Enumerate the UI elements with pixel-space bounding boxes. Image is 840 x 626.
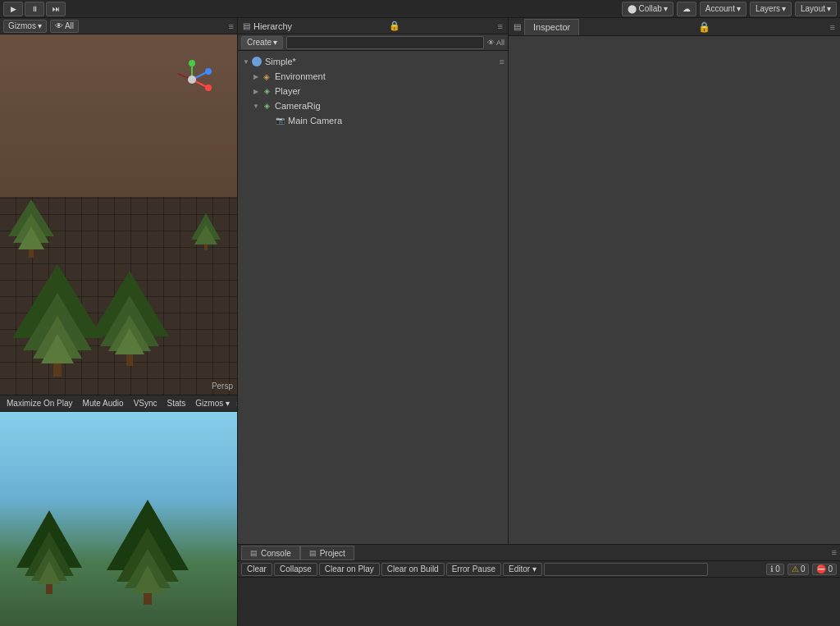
main-camera-icon: 📷 — [274, 115, 285, 126]
tree-4 — [191, 213, 221, 250]
environment-label: Environment — [275, 71, 326, 81]
left-panel: Gizmos ▾ 👁 All ≡ — [0, 18, 238, 626]
layers-button[interactable]: Layers ▾ — [750, 2, 792, 16]
hierarchy-search-input[interactable] — [286, 36, 484, 49]
hierarchy-item-player[interactable]: ▶ ◈ Player — [238, 84, 508, 98]
scene-all-button[interactable]: 👁 All — [50, 20, 79, 33]
info-icon: ℹ — [770, 564, 774, 573]
scene-name-label: Simple* — [265, 57, 296, 66]
scene-view: Gizmos ▾ 👁 All ≡ — [0, 18, 237, 395]
scene-panel-menu[interactable]: ≡ — [229, 21, 234, 31]
create-dropdown-icon: ▾ — [273, 38, 277, 47]
maximize-on-play-button[interactable]: Maximize On Play — [3, 397, 76, 410]
game-panel-menu[interactable]: ≡ — [236, 399, 237, 409]
stats-button[interactable]: Stats — [164, 397, 189, 410]
inspector-panel: ▤ Inspector 🔒 ≡ — [509, 18, 840, 626]
info-count-label: 0 — [775, 564, 780, 573]
game-tree-2 — [107, 500, 189, 605]
svg-point-7 — [188, 75, 196, 84]
hierarchy-lock-icon[interactable]: 🔒 — [389, 21, 400, 31]
error-count-label: 0 — [828, 564, 833, 573]
layers-dropdown-icon: ▾ — [782, 4, 786, 13]
camerarig-label: CameraRig — [275, 101, 321, 111]
scene-background: Persp — [0, 34, 237, 395]
hierarchy-header: ▤ Hierarchy 🔒 ≡ — [238, 18, 508, 34]
game-toolbar: Maximize On Play Mute Audio VSync Stats … — [0, 395, 237, 412]
scene-options-icon[interactable]: ≡ — [500, 57, 504, 66]
camerarig-icon: ◈ — [261, 100, 272, 112]
hierarchy-search-filter[interactable]: 👁 All — [487, 39, 504, 47]
eye-icon: 👁 — [55, 21, 63, 30]
hierarchy-menu-icon[interactable]: ≡ — [498, 21, 503, 31]
clear-on-play-button[interactable]: Clear on Play — [319, 563, 380, 576]
project-tab-icon: ▤ — [309, 549, 317, 557]
hierarchy-title: Hierarchy — [253, 21, 292, 31]
game-canvas[interactable] — [0, 412, 237, 626]
console-search-input[interactable] — [544, 563, 708, 576]
play-button[interactable]: ▶ — [3, 2, 23, 16]
layout-dropdown-icon: ▾ — [827, 4, 831, 13]
console-content — [238, 578, 840, 626]
gizmos-dropdown-icon: ▾ — [38, 21, 42, 30]
gizmos-button[interactable]: Gizmos ▾ — [3, 20, 47, 33]
pause-button[interactable]: ⏸ — [25, 2, 44, 16]
hierarchy-content[interactable]: ▼ Simple* ≡ ▶ ◈ Environment ▶ ◈ Player ▼… — [238, 51, 508, 626]
inspector-lock-icon[interactable]: 🔒 — [698, 21, 710, 33]
scene-toolbar: Gizmos ▾ 👁 All ≡ — [0, 18, 237, 34]
tree-3 — [90, 271, 169, 366]
clear-on-build-button[interactable]: Clear on Build — [381, 563, 445, 576]
camerarig-arrow: ▼ — [251, 103, 261, 110]
inspector-menu-icon[interactable]: ≡ — [830, 22, 835, 32]
inspector-header: ▤ Inspector 🔒 ≡ — [509, 18, 840, 36]
error-pause-button[interactable]: Error Pause — [446, 563, 501, 576]
tab-project[interactable]: ▤ Project — [300, 546, 354, 560]
collab-button[interactable]: ⬤ Collab ▾ — [622, 2, 673, 16]
vsync-button[interactable]: VSync — [130, 397, 161, 410]
player-label: Player — [275, 86, 300, 96]
persp-label: Persp — [212, 382, 233, 391]
hierarchy-toolbar: Create ▾ 👁 All — [238, 34, 508, 51]
game-tree-1 — [16, 510, 82, 594]
clear-button[interactable]: Clear — [241, 563, 272, 576]
hierarchy-panel-icon: ▤ — [243, 21, 250, 30]
hierarchy-item-environment[interactable]: ▶ ◈ Environment — [238, 69, 508, 84]
hierarchy-item-camerarig[interactable]: ▼ ◈ CameraRig — [238, 98, 508, 113]
collapse-button[interactable]: Collapse — [274, 563, 317, 576]
scene-icon — [251, 56, 262, 67]
account-button[interactable]: Account ▾ — [700, 2, 746, 16]
svg-point-5 — [189, 60, 195, 66]
scene-canvas[interactable]: Persp — [0, 34, 237, 395]
warning-icon: ⚠ — [792, 564, 799, 573]
main-layout: Gizmos ▾ 👁 All ≡ — [0, 18, 840, 626]
player-icon: ◈ — [261, 85, 272, 97]
hierarchy-panel: ▤ Hierarchy 🔒 ≡ Create ▾ 👁 All ▼ Simple*… — [238, 18, 509, 626]
game-background — [0, 412, 237, 626]
scene-gizmo — [171, 59, 212, 100]
warning-count-label: 0 — [801, 564, 806, 573]
layout-button[interactable]: Layout ▾ — [795, 2, 837, 16]
tab-console[interactable]: ▤ Console — [241, 546, 300, 560]
game-gizmos-button[interactable]: Gizmos ▾ — [192, 397, 233, 410]
scene-arrow: ▼ — [241, 58, 251, 66]
mute-audio-button[interactable]: Mute Audio — [80, 397, 127, 410]
tree-1 — [8, 199, 54, 258]
main-camera-label: Main Camera — [288, 116, 342, 126]
inspector-panel-icon: ▤ — [514, 22, 521, 31]
top-bar: ▶ ⏸ ⏭ ⬤ Collab ▾ ☁ Account ▾ Layers ▾ La… — [0, 0, 840, 18]
account-dropdown-icon: ▾ — [737, 4, 741, 13]
cloud-button[interactable]: ☁ — [677, 2, 696, 16]
editor-dropdown-button[interactable]: Editor ▾ — [503, 563, 542, 576]
hierarchy-create-button[interactable]: Create ▾ — [241, 36, 283, 49]
bottom-panel-menu-icon[interactable]: ≡ — [832, 544, 837, 560]
console-tab-label: Console — [261, 549, 291, 558]
game-view: Maximize On Play Mute Audio VSync Stats … — [0, 395, 237, 626]
hierarchy-item-main-camera[interactable]: ▶ 📷 Main Camera — [238, 113, 508, 128]
player-arrow: ▶ — [251, 88, 261, 95]
step-button[interactable]: ⏭ — [46, 2, 66, 16]
console-tab-icon: ▤ — [250, 549, 258, 557]
inspector-tab[interactable]: Inspector — [524, 19, 579, 35]
environment-icon: ◈ — [261, 71, 272, 82]
svg-point-3 — [205, 85, 212, 91]
hierarchy-scene-root[interactable]: ▼ Simple* ≡ — [238, 54, 508, 69]
environment-arrow: ▶ — [251, 73, 261, 80]
